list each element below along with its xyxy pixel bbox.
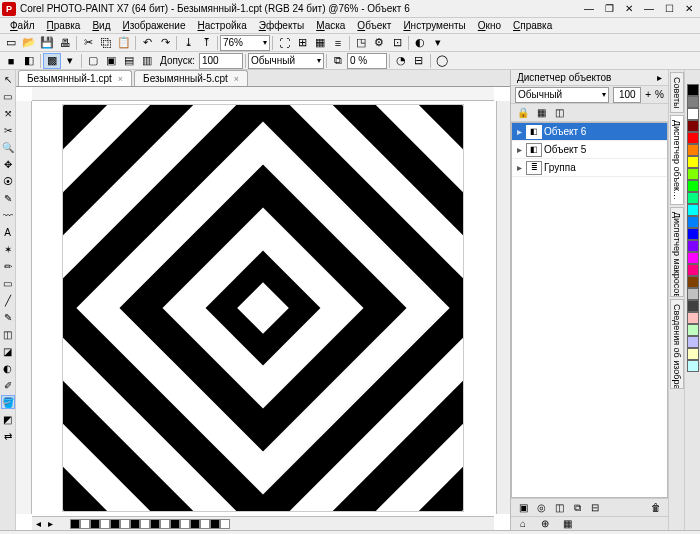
menu-справка[interactable]: Справка — [507, 20, 558, 31]
fill-uniform-button[interactable]: ▩ — [43, 53, 61, 69]
palette-swatch[interactable] — [687, 120, 699, 132]
line-tool[interactable]: ╱ — [1, 293, 15, 307]
delete-object-button[interactable]: 🗑 — [648, 501, 664, 515]
liquid-tool[interactable]: 〰 — [1, 208, 15, 222]
layer-tree[interactable]: ▸◧Объект 6▸◧Объект 5▸≣Группа — [511, 122, 668, 498]
docker-tab[interactable]: Диспетчер объек… — [670, 115, 684, 205]
menu-изображение[interactable]: Изображение — [116, 20, 191, 31]
palette-swatch[interactable] — [687, 264, 699, 276]
menu-маска[interactable]: Маска — [310, 20, 351, 31]
antialias-button[interactable]: ◔ — [392, 53, 410, 69]
transparency-tool[interactable]: ◐ — [1, 361, 15, 375]
panel-menu-button[interactable]: ▸ — [657, 72, 662, 83]
palette-swatch[interactable] — [687, 132, 699, 144]
text-tool[interactable]: A — [1, 225, 15, 239]
fg-bg-swatch[interactable]: ◩ — [1, 412, 15, 426]
help-tool-button[interactable]: ◯ — [433, 53, 451, 69]
palette-swatch[interactable] — [687, 228, 699, 240]
new-lens-button[interactable]: ◎ — [533, 501, 549, 515]
nav-swatch[interactable] — [100, 519, 110, 529]
open-button[interactable]: 📂 — [20, 35, 38, 51]
nav-swatch[interactable] — [200, 519, 210, 529]
menu-инструменты[interactable]: Инструменты — [397, 20, 471, 31]
clone-tool[interactable]: ✥ — [1, 157, 15, 171]
pick-tool[interactable]: ↖ — [1, 72, 15, 86]
undo-button[interactable]: ↶ — [138, 35, 156, 51]
effect-tool[interactable]: ✶ — [1, 242, 15, 256]
tolerance-input[interactable] — [199, 53, 243, 69]
app-maximize-button[interactable]: ☐ — [660, 2, 678, 16]
nav-swatch[interactable] — [190, 519, 200, 529]
launch-button[interactable]: ◳ — [352, 35, 370, 51]
menu-вид[interactable]: Вид — [86, 20, 116, 31]
dropshadow-tool[interactable]: ◪ — [1, 344, 15, 358]
options-button[interactable]: ⚙ — [370, 35, 388, 51]
region-mode-2[interactable]: ▣ — [102, 53, 120, 69]
palette-swatch[interactable] — [687, 324, 699, 336]
layer-blend-combo[interactable]: Обычный — [515, 87, 609, 103]
fill-gradient-button[interactable]: ◧ — [20, 53, 38, 69]
mask-transform-tool[interactable]: ⤧ — [1, 106, 15, 120]
copy-button[interactable]: ⿻ — [97, 35, 115, 51]
zoom-combo[interactable]: 76% — [220, 35, 270, 51]
snap-button[interactable]: ⊡ — [388, 35, 406, 51]
preset-button[interactable]: ⊟ — [410, 53, 428, 69]
paint-tool[interactable]: ✏ — [1, 259, 15, 273]
ruler-vertical[interactable] — [16, 101, 32, 514]
nav-swatch[interactable] — [210, 519, 220, 529]
palette-swatch[interactable] — [687, 168, 699, 180]
nav-swatch[interactable] — [80, 519, 90, 529]
app-minimize-button[interactable]: — — [640, 2, 658, 16]
group-button[interactable]: ⧉ — [569, 501, 585, 515]
nav-doc-plus[interactable]: ⊕ — [537, 517, 553, 531]
nav-swatch[interactable] — [110, 519, 120, 529]
canvas[interactable] — [32, 101, 494, 514]
redeye-tool[interactable]: ⦿ — [1, 174, 15, 188]
shape-rect-tool[interactable]: ▭ — [1, 276, 15, 290]
guides-button[interactable]: ≡ — [329, 35, 347, 51]
palette-swatch[interactable] — [687, 276, 699, 288]
palette-swatch[interactable] — [687, 84, 699, 96]
rulers-button[interactable]: ⊞ — [293, 35, 311, 51]
tab-close-icon[interactable]: × — [234, 74, 239, 84]
combine-button[interactable]: ⊟ — [587, 501, 603, 515]
palette-swatch[interactable] — [687, 204, 699, 216]
crop-tool[interactable]: ✂ — [1, 123, 15, 137]
checker-icon[interactable]: ▦ — [533, 106, 549, 120]
save-button[interactable]: 💾 — [38, 35, 56, 51]
opacity-plus-icon[interactable]: + — [645, 89, 651, 100]
new-button[interactable]: ▭ — [2, 35, 20, 51]
path-tool[interactable]: ✎ — [1, 310, 15, 324]
print-button[interactable]: 🖶 — [56, 35, 74, 51]
layer-row[interactable]: ▸≣Группа — [512, 159, 667, 177]
minimize-button[interactable]: — — [580, 2, 598, 16]
cut-button[interactable]: ✂ — [79, 35, 97, 51]
palette-swatch[interactable] — [687, 96, 699, 108]
layer-row[interactable]: ▸◧Объект 6 — [512, 123, 667, 141]
expand-icon[interactable]: ▸ — [514, 162, 524, 173]
app-close-button[interactable]: ✕ — [680, 2, 698, 16]
docker-tab[interactable]: Советы — [670, 72, 684, 113]
mask-toggle-button[interactable]: ◐ — [411, 35, 429, 51]
layer-opacity-value[interactable]: 100 — [613, 87, 641, 103]
zoom-tool[interactable]: 🔍 — [1, 140, 15, 154]
nav-swatch[interactable] — [140, 519, 150, 529]
new-mask-button[interactable]: ◫ — [551, 501, 567, 515]
nav-swatch[interactable] — [70, 519, 80, 529]
nav-swatch[interactable] — [170, 519, 180, 529]
document-tab[interactable]: Безымянный-1.cpt× — [18, 70, 132, 86]
doc-close-button[interactable]: ✕ — [620, 2, 638, 16]
export-button[interactable]: ⤒ — [197, 35, 215, 51]
lock-icon[interactable]: 🔒 — [515, 106, 531, 120]
nav-doc-thumb[interactable]: ▦ — [559, 517, 575, 531]
palette-swatch[interactable] — [687, 144, 699, 156]
expand-icon[interactable]: ▸ — [514, 144, 524, 155]
palette-swatch[interactable] — [687, 252, 699, 264]
tab-close-icon[interactable]: × — [118, 74, 123, 84]
palette-swatch[interactable] — [687, 240, 699, 252]
palette-swatch[interactable] — [687, 360, 699, 372]
palette-swatch[interactable] — [687, 156, 699, 168]
nav-swatch[interactable] — [220, 519, 230, 529]
scroll-right[interactable]: ▸ — [44, 518, 56, 529]
scrollbar-vertical[interactable] — [496, 101, 510, 514]
